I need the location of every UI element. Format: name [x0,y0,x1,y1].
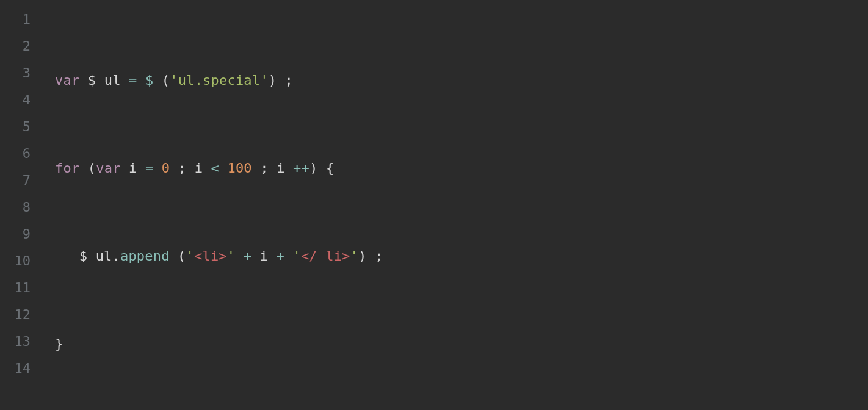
operator-plus: + [244,248,251,264]
space [235,248,243,264]
string-li-close: </ li> [301,248,350,264]
code-area[interactable]: var $ ul = $ ('ul.special') ; for (var i… [43,0,868,410]
space [121,160,129,176]
space [79,160,87,176]
space [153,160,161,176]
code-line[interactable]: for (var i = 0 ; i < 100 ; i ++) { [55,155,868,182]
identifier-i: i [277,160,284,176]
space [153,73,161,88]
number-100: 100 [227,160,251,176]
semicolon: ; [375,248,383,264]
string-quote: ' [350,248,358,264]
code-editor[interactable]: 1 2 3 4 5 6 7 8 9 10 11 12 13 14 var $ u… [0,0,868,410]
paren-close: ) [358,248,366,264]
string-li-open: <li> [194,248,227,264]
keyword-for: for [55,160,79,176]
identifier-dollar: $ [88,73,96,88]
line-number: 4 [0,87,31,113]
operator-plus: + [277,248,284,264]
space [79,73,87,88]
space [203,160,211,176]
string-quote: ' [170,73,178,88]
operator-equals: = [129,73,137,88]
line-number: 8 [0,194,31,221]
line-number: 5 [0,113,31,140]
line-number-gutter: 1 2 3 4 5 6 7 8 9 10 11 12 13 14 [0,0,43,410]
space [170,248,178,264]
code-line[interactable]: $ ul.append ('<li>' + i + '</ li>') ; [55,243,868,270]
space [137,73,145,88]
method-append: append [120,248,170,264]
string-quote: ' [260,73,268,88]
space [219,160,227,176]
space [285,160,293,176]
space [87,248,95,264]
line-number: 10 [0,248,31,275]
space [170,160,178,176]
operator-pp: ++ [293,160,309,176]
space [317,160,325,176]
paren-close: ) [309,160,317,176]
paren-open: ( [88,160,96,176]
number-0: 0 [162,160,170,176]
line-number: 1 [0,6,31,33]
semicolon: ; [285,73,293,88]
line-number: 11 [0,275,31,301]
space [277,73,284,88]
space [96,73,104,88]
space [284,248,292,264]
operator-lt: < [211,160,219,176]
line-number: 12 [0,301,31,328]
string-quote: ' [186,248,194,264]
paren-open: ( [162,73,170,88]
line-number: 2 [0,33,31,60]
line-number: 6 [0,140,31,167]
space [251,248,259,264]
line-number: 13 [0,328,31,355]
brace-close: } [55,336,63,351]
code-line[interactable]: var $ ul = $ ('ul.special') ; [55,67,868,94]
brace-open: { [326,160,334,176]
operator-equals: = [145,160,153,176]
space [137,160,145,176]
code-line[interactable]: } [55,331,868,358]
line-number: 7 [0,167,31,194]
space [269,160,277,176]
line-number: 14 [0,355,31,382]
semicolon: ; [178,160,186,176]
dot: . [112,248,120,264]
identifier-i: i [195,160,203,176]
identifier-ul: ul [104,73,121,88]
paren-open: ( [178,248,186,264]
keyword-var: var [55,73,79,88]
space [366,248,374,264]
space [268,248,276,264]
identifier-i: i [260,248,268,264]
semicolon: ; [260,160,268,176]
space [121,73,129,88]
line-number: 3 [0,60,31,87]
string-quote: ' [227,248,235,264]
identifier-dollar: $ [79,248,87,264]
string-quote: ' [292,248,300,264]
jquery-dollar: $ [145,73,153,88]
line-number: 9 [0,221,31,248]
space [186,160,194,176]
identifier-ul: ul [96,248,112,264]
identifier-i: i [129,160,137,176]
paren-close: ) [269,73,277,88]
space [252,160,260,176]
string-ul-special: ul.special [178,73,260,88]
keyword-var: var [96,160,120,176]
